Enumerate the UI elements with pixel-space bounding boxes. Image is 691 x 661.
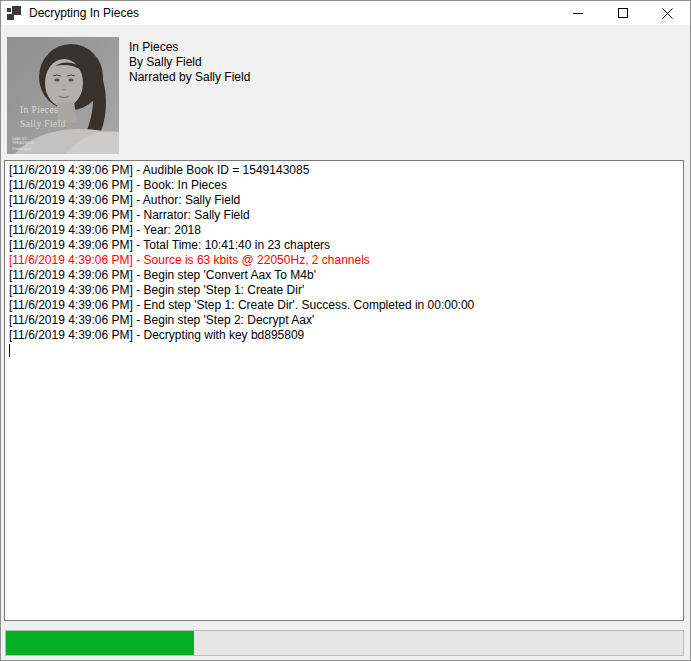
close-icon bbox=[662, 8, 673, 19]
cover-read-by-line2: THE AUTHOR bbox=[12, 141, 34, 145]
cover-author: Sally Field bbox=[20, 119, 66, 129]
progress-bar bbox=[5, 630, 684, 656]
app-window: Decrypting In Pieces bbox=[0, 0, 691, 661]
close-button[interactable] bbox=[645, 1, 690, 25]
progress-fill bbox=[6, 631, 194, 655]
minimize-button[interactable] bbox=[555, 1, 600, 25]
portrait-eye bbox=[54, 79, 59, 82]
log-line: [11/6/2019 4:39:06 PM] - Decrypting with… bbox=[9, 328, 679, 343]
log-line: [11/6/2019 4:39:06 PM] - Narrator: Sally… bbox=[9, 208, 679, 223]
app-icon-square bbox=[7, 14, 14, 20]
log-line: [11/6/2019 4:39:06 PM] - Begin step 'Ste… bbox=[9, 313, 679, 328]
book-narrator: Narrated by Sally Field bbox=[129, 70, 250, 85]
app-icon-square bbox=[7, 8, 11, 12]
log-output[interactable]: [11/6/2019 4:39:06 PM] - Audible Book ID… bbox=[4, 160, 684, 621]
book-cover-art: In Pieces Sally Field READ BY THE AUTHOR… bbox=[7, 37, 119, 154]
minimize-icon bbox=[573, 13, 583, 14]
log-line: [11/6/2019 4:39:06 PM] - Begin step 'Con… bbox=[9, 268, 679, 283]
log-line: [11/6/2019 4:39:06 PM] - Total Time: 10:… bbox=[9, 238, 679, 253]
log-line: [11/6/2019 4:39:06 PM] - Audible Book ID… bbox=[9, 163, 679, 178]
book-info: In Pieces By Sally Field Narrated by Sal… bbox=[129, 40, 250, 85]
log-line: [11/6/2019 4:39:06 PM] - Year: 2018 bbox=[9, 223, 679, 238]
book-cover: In Pieces Sally Field READ BY THE AUTHOR… bbox=[7, 37, 119, 154]
log-line: [11/6/2019 4:39:06 PM] - Book: In Pieces bbox=[9, 178, 679, 193]
caret-line bbox=[9, 343, 679, 358]
cover-title: In Pieces bbox=[20, 105, 58, 115]
window-title: Decrypting In Pieces bbox=[29, 1, 139, 25]
text-caret bbox=[9, 344, 10, 357]
log-line: [11/6/2019 4:39:06 PM] - Begin step 'Ste… bbox=[9, 283, 679, 298]
app-window-icon bbox=[7, 6, 21, 20]
log-line: [11/6/2019 4:39:06 PM] - Source is 63 kb… bbox=[9, 253, 679, 268]
portrait-eye bbox=[68, 79, 73, 82]
log-line: [11/6/2019 4:39:06 PM] - Author: Sally F… bbox=[9, 193, 679, 208]
maximize-button[interactable] bbox=[600, 1, 645, 25]
maximize-icon bbox=[618, 8, 628, 18]
window-controls bbox=[555, 1, 690, 25]
titlebar[interactable]: Decrypting In Pieces bbox=[1, 1, 690, 25]
book-title: In Pieces bbox=[129, 40, 250, 55]
cover-edition: Unabridged bbox=[12, 146, 32, 151]
book-author: By Sally Field bbox=[129, 55, 250, 70]
log-line: [11/6/2019 4:39:06 PM] - End step 'Step … bbox=[9, 298, 679, 313]
